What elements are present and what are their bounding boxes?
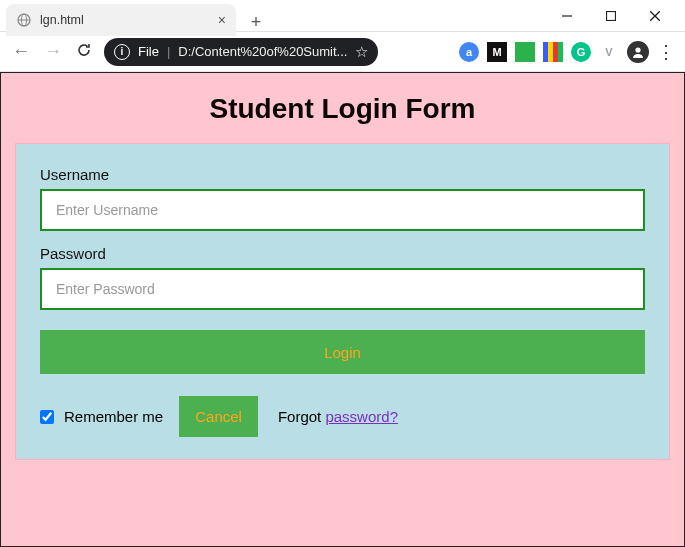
page-title: Student Login Form [9,93,676,125]
form-footer-row: Remember me Cancel Forgot password? [40,396,645,437]
login-button[interactable]: Login [40,330,645,374]
remember-me-label: Remember me [64,408,163,425]
login-panel: Username Password Login Remember me Canc… [15,143,670,460]
cancel-button[interactable]: Cancel [179,396,258,437]
password-input[interactable] [40,268,645,310]
new-tab-button[interactable]: + [242,8,270,36]
site-info-icon[interactable]: i [114,44,130,60]
profile-avatar[interactable] [627,41,649,63]
forgot-password-text: Forgot password? [278,408,398,425]
browser-tab[interactable]: lgn.html × [6,4,236,36]
forgot-password-link[interactable]: password? [325,408,398,425]
tab-title: lgn.html [40,13,210,27]
extension-icon[interactable] [543,42,563,62]
svg-point-7 [635,47,640,52]
page-body: Student Login Form Username Password Log… [0,72,685,547]
username-label: Username [40,166,645,183]
extension-icon[interactable]: a [459,42,479,62]
tab-close-icon[interactable]: × [218,12,226,28]
extension-icon[interactable]: M [487,42,507,62]
window-minimize-button[interactable] [545,1,589,31]
extension-icon[interactable] [515,42,535,62]
extensions-row: a M G V ⋮ [459,41,675,63]
reload-button[interactable] [74,42,94,61]
forward-button[interactable]: → [42,41,64,62]
browser-toolbar: ← → i File | D:/Content%20of%20Sumit... … [0,32,685,72]
password-label: Password [40,245,645,262]
remember-me-checkbox[interactable] [40,410,54,424]
url-scheme-label: File [138,44,159,59]
extension-icon[interactable]: V [599,42,619,62]
tab-strip: lgn.html × + [6,0,270,36]
extension-icon[interactable]: G [571,42,591,62]
address-bar[interactable]: i File | D:/Content%20of%20Sumit... ☆ [104,38,378,66]
bookmark-star-icon[interactable]: ☆ [355,43,368,61]
kebab-menu-icon[interactable]: ⋮ [657,41,675,63]
window-maximize-button[interactable] [589,1,633,31]
window-close-button[interactable] [633,1,677,31]
back-button[interactable]: ← [10,41,32,62]
svg-rect-1 [607,11,616,20]
username-input[interactable] [40,189,645,231]
globe-icon [16,12,32,28]
url-text: D:/Content%20of%20Sumit... [178,44,347,59]
url-separator: | [167,44,170,59]
